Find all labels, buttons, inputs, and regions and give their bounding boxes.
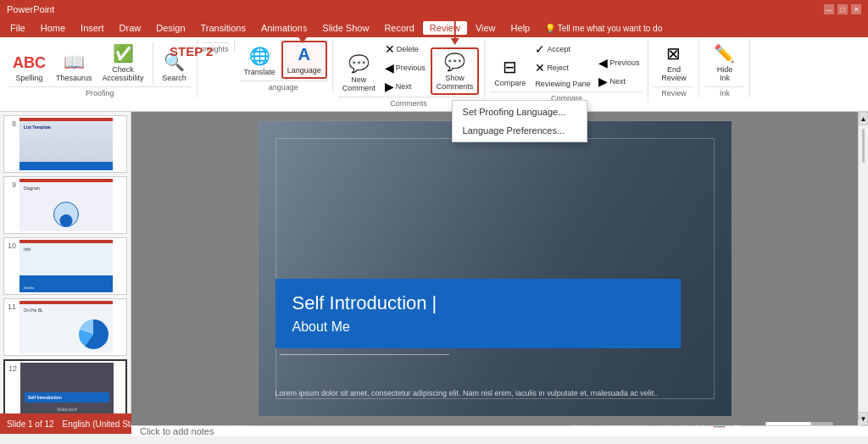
slide-item-8[interactable]: 8 List Template [3, 115, 127, 173]
accept-button[interactable]: ✓ Accept [531, 41, 593, 58]
window-controls: — □ ✕ [824, 4, 861, 14]
slide-count: Slide 1 of 12 [7, 419, 54, 429]
proofing-group-label: Proofing [8, 86, 192, 97]
menu-insert[interactable]: Insert [74, 21, 111, 35]
canvas-with-scrollbar: Self Introduction | About Me Lorem ipsum… [131, 112, 868, 425]
prev-compare-button[interactable]: ◀ Previous [595, 54, 643, 71]
menu-view[interactable]: View [469, 21, 503, 35]
menu-home[interactable]: Home [34, 21, 72, 35]
accessibility-button[interactable]: ✅ CheckAccessibility [98, 41, 148, 85]
next-compare-button[interactable]: ▶ Next [595, 73, 643, 90]
menu-transitions[interactable]: Transitions [194, 21, 253, 35]
ribbon-group-language: 🌐 Translate A Language anguage Set Proof… [235, 39, 333, 92]
previous-comment-button[interactable]: ◀ Previous [381, 59, 429, 76]
accept-icon: ✓ [535, 42, 545, 56]
insights-group-label: Insights [203, 42, 229, 53]
next-comment-icon: ▶ [385, 80, 394, 93]
prev-compare-icon: ◀ [598, 56, 608, 69]
search-label: 💡 Tell me what you want to do [545, 24, 662, 33]
language-label: Language [287, 66, 321, 75]
thesaurus-label: Thesaurus [56, 74, 92, 82]
ribbon-group-ink: ✏️ HideInk Ink [699, 39, 750, 97]
ribbon: ABC Spelling 📖 Thesaurus ✅ CheckAccessib… [0, 37, 868, 112]
translate-label: Translate [244, 68, 275, 76]
next-comment-label: Next [396, 82, 412, 91]
ribbon-group-comments: 💬 NewComment ✕ Delete ◀ Previous ▶ Next [333, 39, 486, 108]
set-proofing-item[interactable]: Set Proofing Language... [453, 103, 587, 121]
next-comment-button[interactable]: ▶ Next [381, 78, 429, 95]
svg-marker-5 [451, 38, 459, 45]
show-comments-label: ShowComments [437, 74, 474, 91]
slide-thumb-11: On Pie BL [19, 301, 113, 353]
new-comment-icon: 💬 [348, 53, 370, 74]
slide-item-9[interactable]: 9 Diagram [3, 176, 127, 234]
slide-number-11: 11 [6, 302, 16, 311]
spelling-button[interactable]: ABC Spelling [8, 52, 50, 85]
hide-ink-button[interactable]: ✏️ HideInk [708, 41, 742, 85]
reviewing-pane-button[interactable]: Reviewing Pane [531, 78, 593, 90]
spelling-icon: ABC [13, 54, 46, 72]
reject-button[interactable]: ✕ Reject [531, 59, 593, 76]
svg-marker-1 [298, 37, 307, 43]
menu-draw[interactable]: Draw [113, 21, 148, 35]
end-review-button[interactable]: ⊠ EndReview [657, 41, 691, 85]
menu-design[interactable]: Design [149, 21, 192, 35]
search-button[interactable]: 🔍 Search [158, 49, 192, 85]
slide-scrollbar: ▲ ▼ [858, 112, 868, 425]
ribbon-group-review: ⊠ EndReview Review [648, 39, 699, 97]
step2-arrow-svg [277, 5, 328, 43]
prev-comment-label: Previous [396, 64, 426, 72]
menu-record[interactable]: Record [377, 21, 420, 35]
slide-item-11[interactable]: 11 On Pie BL [3, 298, 127, 356]
app-title: PowerPoint [7, 4, 54, 14]
language-button[interactable]: A Language [281, 41, 327, 79]
reject-label: Reject [547, 64, 569, 72]
slide-body-text: Lorem ipsum dolor sit amet, consectetur … [275, 388, 698, 399]
thesaurus-button[interactable]: 📖 Thesaurus [52, 49, 97, 85]
end-review-label: EndReview [661, 65, 687, 82]
thesaurus-icon: 📖 [64, 52, 85, 72]
zoom-fill [765, 422, 811, 425]
search-ribbon-icon: 🔍 [164, 52, 185, 72]
new-comment-label: NewComment [342, 75, 376, 92]
slide-blue-box: Self Introduction | About Me [275, 279, 681, 348]
slide-item-10[interactable]: 10 Info Details [3, 237, 127, 295]
menu-review[interactable]: Review [423, 21, 467, 35]
reject-icon: ✕ [535, 61, 545, 75]
thumb-12-logo: SlideUpLift [57, 407, 77, 412]
slide-number-12: 12 [7, 364, 17, 373]
language-preferences-item[interactable]: Language Preferences... [453, 121, 587, 140]
slide-thumb-9: Diagram [19, 179, 113, 231]
hide-ink-icon: ✏️ [714, 43, 735, 64]
slide-canvas[interactable]: Self Introduction | About Me Lorem ipsum… [131, 112, 858, 425]
menu-bar: File Home Insert Draw Design Transitions… [0, 19, 868, 37]
search-ribbon-label: Search [162, 74, 186, 82]
slide-thumb-10: Info Details [19, 240, 113, 292]
scroll-up-button[interactable]: ▲ [859, 112, 868, 125]
slide-number-9: 9 [6, 180, 16, 189]
end-review-icon: ⊠ [666, 43, 681, 64]
hide-ink-label: HideInk [717, 65, 733, 82]
menu-file[interactable]: File [3, 21, 32, 35]
accept-label: Accept [547, 45, 570, 53]
delete-icon: ✕ [385, 42, 395, 56]
compare-button[interactable]: ⊟ Compare [490, 54, 530, 90]
slide-panel: 8 List Template 9 Diagram 10 Info [0, 112, 131, 413]
ink-group-label: Ink [704, 86, 744, 97]
slide-item-12[interactable]: 12 Self Introduction SlideUpLift [3, 359, 127, 413]
delete-button[interactable]: ✕ Delete [381, 41, 429, 58]
scroll-thumb[interactable] [862, 129, 865, 163]
show-comments-button[interactable]: 💬 ShowComments STEP 1 [431, 47, 480, 95]
menu-help[interactable]: Help [504, 21, 537, 35]
zoom-bar [765, 422, 833, 425]
close-button[interactable]: ✕ [851, 4, 861, 14]
translate-button[interactable]: 🌐 Translate [240, 43, 280, 79]
reviewing-pane-label: Reviewing Pane [535, 80, 590, 88]
minimize-button[interactable]: — [824, 4, 834, 14]
new-comment-button[interactable]: 💬 NewComment [338, 51, 380, 95]
spelling-label: Spelling [15, 74, 42, 82]
accessibility-icon: ✅ [113, 43, 134, 64]
maximize-button[interactable]: □ [837, 4, 848, 14]
language-icon: A [298, 45, 310, 64]
slide-number-8: 8 [6, 119, 16, 128]
